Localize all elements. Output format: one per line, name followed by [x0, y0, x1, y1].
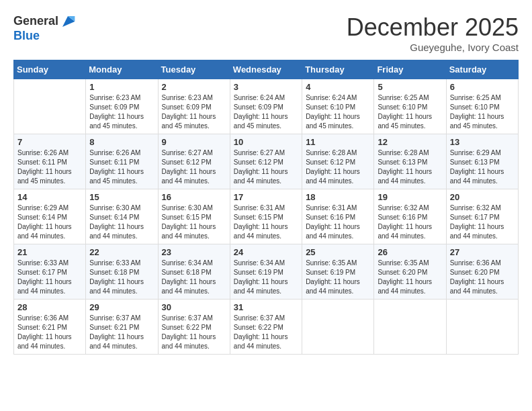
calendar-cell: 23Sunrise: 6:34 AM Sunset: 6:18 PM Dayli…	[158, 244, 230, 300]
logo-blue-text: Blue	[13, 30, 76, 43]
day-number: 1	[89, 82, 154, 92]
calendar-cell: 9Sunrise: 6:27 AM Sunset: 6:12 PM Daylig…	[158, 134, 230, 189]
calendar-cell: 4Sunrise: 6:24 AM Sunset: 6:10 PM Daylig…	[302, 79, 374, 134]
calendar-cell: 3Sunrise: 6:24 AM Sunset: 6:09 PM Daylig…	[230, 79, 302, 134]
calendar-cell: 26Sunrise: 6:35 AM Sunset: 6:20 PM Dayli…	[374, 244, 446, 300]
cell-content: Sunrise: 6:23 AM Sunset: 6:09 PM Dayligh…	[162, 93, 226, 131]
calendar-day-header: Sunday	[14, 60, 86, 79]
cell-content: Sunrise: 6:31 AM Sunset: 6:16 PM Dayligh…	[306, 203, 370, 241]
day-number: 12	[378, 137, 442, 147]
day-number: 29	[89, 302, 154, 312]
day-number: 5	[378, 82, 442, 92]
day-number: 28	[17, 302, 82, 312]
cell-content: Sunrise: 6:34 AM Sunset: 6:18 PM Dayligh…	[162, 259, 226, 296]
cell-content: Sunrise: 6:34 AM Sunset: 6:19 PM Dayligh…	[234, 259, 298, 296]
calendar-week-row: 1Sunrise: 6:23 AM Sunset: 6:09 PM Daylig…	[14, 79, 519, 134]
cell-content: Sunrise: 6:29 AM Sunset: 6:13 PM Dayligh…	[450, 148, 515, 186]
calendar-cell	[302, 300, 374, 355]
logo: General Blue	[13, 13, 76, 43]
calendar-day-header: Monday	[86, 60, 158, 79]
cell-content: Sunrise: 6:35 AM Sunset: 6:20 PM Dayligh…	[378, 259, 442, 296]
day-number: 11	[306, 137, 370, 147]
calendar-cell: 14Sunrise: 6:29 AM Sunset: 6:14 PM Dayli…	[14, 189, 86, 244]
cell-content: Sunrise: 6:36 AM Sunset: 6:21 PM Dayligh…	[17, 314, 82, 351]
day-number: 20	[450, 192, 515, 202]
day-number: 23	[162, 247, 226, 257]
calendar-cell: 12Sunrise: 6:28 AM Sunset: 6:13 PM Dayli…	[374, 134, 446, 189]
calendar-cell: 21Sunrise: 6:33 AM Sunset: 6:17 PM Dayli…	[14, 244, 86, 300]
calendar-day-header: Tuesday	[158, 60, 230, 79]
day-number: 24	[234, 247, 298, 257]
day-number: 30	[162, 302, 226, 312]
calendar-cell: 24Sunrise: 6:34 AM Sunset: 6:19 PM Dayli…	[230, 244, 302, 300]
cell-content: Sunrise: 6:36 AM Sunset: 6:20 PM Dayligh…	[450, 259, 515, 296]
cell-content: Sunrise: 6:24 AM Sunset: 6:09 PM Dayligh…	[234, 93, 298, 131]
cell-content: Sunrise: 6:26 AM Sunset: 6:11 PM Dayligh…	[17, 148, 82, 186]
cell-content: Sunrise: 6:30 AM Sunset: 6:14 PM Dayligh…	[89, 203, 154, 241]
day-number: 6	[450, 82, 515, 92]
calendar-cell: 28Sunrise: 6:36 AM Sunset: 6:21 PM Dayli…	[14, 300, 86, 355]
calendar-header-row: SundayMondayTuesdayWednesdayThursdayFrid…	[14, 60, 519, 79]
day-number: 15	[89, 192, 154, 202]
calendar-cell	[14, 79, 86, 134]
calendar-table: SundayMondayTuesdayWednesdayThursdayFrid…	[13, 60, 519, 355]
cell-content: Sunrise: 6:28 AM Sunset: 6:12 PM Dayligh…	[306, 148, 370, 186]
day-number: 22	[89, 247, 154, 257]
cell-content: Sunrise: 6:37 AM Sunset: 6:21 PM Dayligh…	[89, 314, 154, 351]
day-number: 14	[17, 192, 82, 202]
cell-content: Sunrise: 6:30 AM Sunset: 6:15 PM Dayligh…	[162, 203, 226, 241]
day-number: 21	[17, 247, 82, 257]
cell-content: Sunrise: 6:25 AM Sunset: 6:10 PM Dayligh…	[378, 93, 442, 131]
calendar-cell: 1Sunrise: 6:23 AM Sunset: 6:09 PM Daylig…	[86, 79, 158, 134]
day-number: 19	[378, 192, 442, 202]
title-block: December 2025 Gueyeguhe, Ivory Coast	[347, 13, 519, 53]
calendar-cell: 6Sunrise: 6:25 AM Sunset: 6:10 PM Daylig…	[446, 79, 518, 134]
day-number: 2	[162, 82, 226, 92]
calendar-cell: 31Sunrise: 6:37 AM Sunset: 6:22 PM Dayli…	[230, 300, 302, 355]
calendar-week-row: 21Sunrise: 6:33 AM Sunset: 6:17 PM Dayli…	[14, 244, 519, 300]
calendar-day-header: Friday	[374, 60, 446, 79]
calendar-cell: 25Sunrise: 6:35 AM Sunset: 6:19 PM Dayli…	[302, 244, 374, 300]
cell-content: Sunrise: 6:28 AM Sunset: 6:13 PM Dayligh…	[378, 148, 442, 186]
cell-content: Sunrise: 6:27 AM Sunset: 6:12 PM Dayligh…	[162, 148, 226, 186]
day-number: 27	[450, 247, 515, 257]
calendar-week-row: 14Sunrise: 6:29 AM Sunset: 6:14 PM Dayli…	[14, 189, 519, 244]
calendar-cell: 8Sunrise: 6:26 AM Sunset: 6:11 PM Daylig…	[86, 134, 158, 189]
cell-content: Sunrise: 6:33 AM Sunset: 6:17 PM Dayligh…	[17, 259, 82, 296]
day-number: 9	[162, 137, 226, 147]
calendar-cell: 22Sunrise: 6:33 AM Sunset: 6:18 PM Dayli…	[86, 244, 158, 300]
cell-content: Sunrise: 6:26 AM Sunset: 6:11 PM Dayligh…	[89, 148, 154, 186]
calendar-cell: 13Sunrise: 6:29 AM Sunset: 6:13 PM Dayli…	[446, 134, 518, 189]
day-number: 31	[234, 302, 298, 312]
calendar-cell: 20Sunrise: 6:32 AM Sunset: 6:17 PM Dayli…	[446, 189, 518, 244]
cell-content: Sunrise: 6:33 AM Sunset: 6:18 PM Dayligh…	[89, 259, 154, 296]
calendar-cell: 15Sunrise: 6:30 AM Sunset: 6:14 PM Dayli…	[86, 189, 158, 244]
calendar-day-header: Thursday	[302, 60, 374, 79]
calendar-cell: 27Sunrise: 6:36 AM Sunset: 6:20 PM Dayli…	[446, 244, 518, 300]
calendar-day-header: Saturday	[446, 60, 518, 79]
calendar-day-header: Wednesday	[230, 60, 302, 79]
page-header: General Blue December 2025 Gueyeguhe, Iv…	[13, 13, 519, 53]
day-number: 18	[306, 192, 370, 202]
day-number: 13	[450, 137, 515, 147]
day-number: 7	[17, 137, 82, 147]
calendar-week-row: 7Sunrise: 6:26 AM Sunset: 6:11 PM Daylig…	[14, 134, 519, 189]
cell-content: Sunrise: 6:32 AM Sunset: 6:17 PM Dayligh…	[450, 203, 515, 241]
cell-content: Sunrise: 6:35 AM Sunset: 6:19 PM Dayligh…	[306, 259, 370, 296]
calendar-cell: 5Sunrise: 6:25 AM Sunset: 6:10 PM Daylig…	[374, 79, 446, 134]
calendar-cell: 18Sunrise: 6:31 AM Sunset: 6:16 PM Dayli…	[302, 189, 374, 244]
day-number: 3	[234, 82, 298, 92]
month-title: December 2025	[347, 13, 519, 42]
calendar-cell: 19Sunrise: 6:32 AM Sunset: 6:16 PM Dayli…	[374, 189, 446, 244]
calendar-cell: 16Sunrise: 6:30 AM Sunset: 6:15 PM Dayli…	[158, 189, 230, 244]
location: Gueyeguhe, Ivory Coast	[347, 42, 519, 53]
day-number: 25	[306, 247, 370, 257]
cell-content: Sunrise: 6:31 AM Sunset: 6:15 PM Dayligh…	[234, 203, 298, 241]
day-number: 17	[234, 192, 298, 202]
calendar-cell	[446, 300, 518, 355]
logo-icon	[60, 13, 76, 30]
cell-content: Sunrise: 6:37 AM Sunset: 6:22 PM Dayligh…	[234, 314, 298, 351]
calendar-cell: 7Sunrise: 6:26 AM Sunset: 6:11 PM Daylig…	[14, 134, 86, 189]
cell-content: Sunrise: 6:29 AM Sunset: 6:14 PM Dayligh…	[17, 203, 82, 241]
logo-general-text: General	[13, 15, 58, 28]
